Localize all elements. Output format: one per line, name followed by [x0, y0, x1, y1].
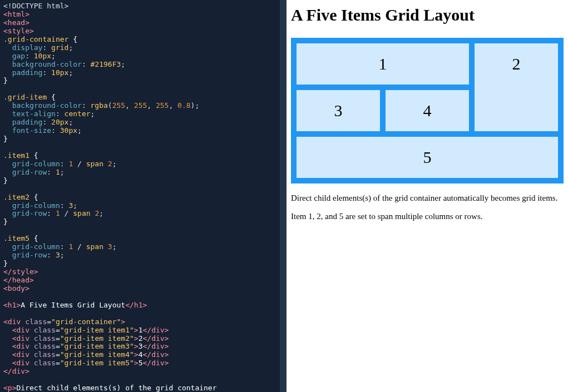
preview-pane: A Five Items Grid Layout 1 2 3 4 5 Direc…	[287, 0, 568, 392]
grid-container: 1 2 3 4 5	[291, 38, 564, 183]
grid-item-2: 2	[475, 43, 558, 131]
grid-item-1: 1	[297, 43, 469, 85]
grid-item-5: 5	[297, 137, 558, 178]
code-editor-pane[interactable]: <!DOCTYPE html> <html> <head> <style> .g…	[0, 0, 280, 392]
preview-heading: A Five Items Grid Layout	[291, 6, 564, 24]
preview-paragraph-2: Item 1, 2, and 5 are set to span multipl…	[291, 212, 564, 221]
preview-paragraph-1: Direct child elements(s) of the grid con…	[291, 193, 564, 203]
grid-item-3: 3	[297, 90, 380, 131]
editor-scrollbar[interactable]	[280, 0, 287, 392]
code-content[interactable]: <!DOCTYPE html> <html> <head> <style> .g…	[3, 2, 276, 392]
grid-item-4: 4	[386, 90, 469, 131]
